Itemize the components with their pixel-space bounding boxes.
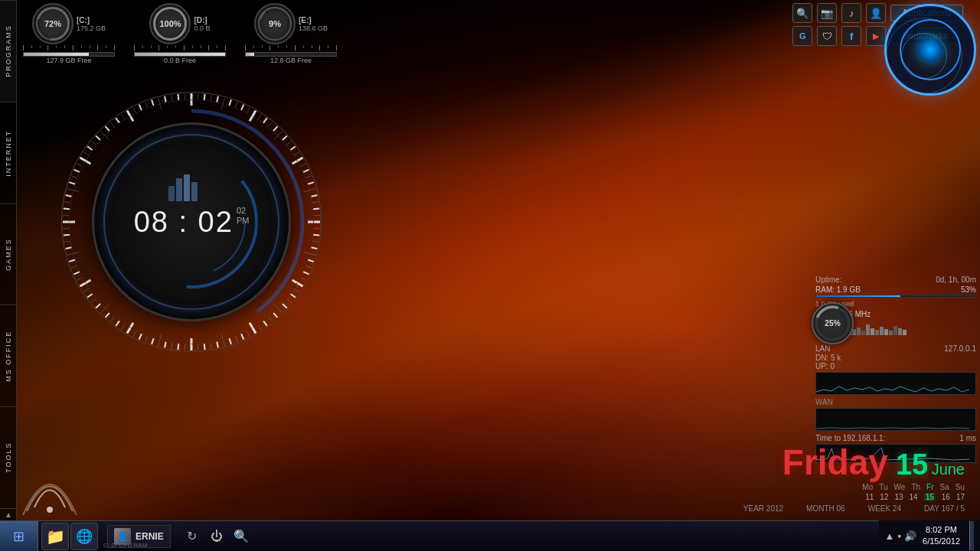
drive-c-free: 127.9 GB Free [46,57,91,64]
music-icon[interactable]: ♪ [841,3,861,23]
taskbar: ⊞ 📁 🌐 👤 ERNIE C: D: CPU RAM ↻ ⏻ 🔍 ▲ ▪ 🔊 … [0,520,980,551]
svg-rect-8 [191,182,198,201]
calendar-header: MoTuWeTh Fr SaSu [743,483,965,491]
ping-label: Time to 192.168.1.1: [815,434,885,442]
wifi-widget [19,458,80,519]
day-label: DAY 167 / 5 [924,504,965,513]
drive-e-widget: 9% [E:] 138.6 GB 12.8 GB Free [245,3,337,64]
wan-label: WAN [815,398,976,406]
mini-calendar: MoTuWeTh Fr SaSu 11121314 15 1617 [743,483,965,501]
taskbar-apps: 📁 🌐 [38,523,101,550]
cpu-gauge-container: 25% [812,302,858,348]
bottom-left-widgets [19,458,80,519]
drive-e-free: 12.8 GB Free [270,57,312,64]
search-taskbar-icon[interactable]: 🔍 [232,527,250,546]
up-label: UP: 0 [815,362,835,370]
sidebar-arrow[interactable]: ▲ [0,508,17,520]
tray-up-arrow[interactable]: ▲ [885,530,895,542]
year-label: YEAR 2012 [743,504,783,513]
sidebar-item-internet[interactable]: INTERNET [0,102,16,204]
power-icon[interactable]: ⏻ [207,527,226,546]
drive-c-widget: 72% [C:] 175.2 GB 127.9 GB Free [23,3,115,64]
clock-blue-arc [115,145,268,298]
uptime-label: Uptime: [815,276,841,284]
drive-c-gauge: 72% [32,3,74,44]
drive-e-gauge: 9% [254,3,296,44]
drive-d-bar [134,52,226,57]
start-button[interactable]: ⊞ [0,521,38,552]
wifi-arc-svg [19,458,80,519]
sidebar-item-msoffice[interactable]: MS OFFICE [0,305,16,406]
drive-d-pct: 100% [159,19,181,28]
drive-c-pct: 72% [44,19,61,28]
radar-widget [880,0,980,99]
shield-icon[interactable]: 🛡 [817,26,837,46]
month-label: MONTH 06 [806,504,845,513]
sidebar-item-tools[interactable]: TOOLS [0,406,16,508]
drive-d-free: 0.0 B Free [164,57,196,64]
clock-bar-decoration [168,171,214,201]
ram-bar [815,295,976,298]
ram-pct: 53% [961,285,976,294]
uptime-value: 0d, 1h, 00m [936,276,976,284]
system-tray: ▲ ▪ 🔊 8:02 PM 6/15/2012 [879,520,980,551]
clock-widget: 08 : 02 02 PM [46,69,337,375]
taskbar-cmd-label: C: D: CPU RAM [103,542,147,549]
tray-clock: 8:02 PM [923,524,960,536]
drive-d-label: [D:] [194,16,210,24]
wan-graph [815,408,976,431]
drive-c-label: [C:] [77,16,106,24]
ram-label: RAM: 1.9 GB [815,285,861,294]
drive-d-widget: 100% [D:] 0.0 B 0.0 B Free [134,3,226,64]
tray-network-icon[interactable]: ▪ [897,530,901,542]
taskbar-browser-icon[interactable]: 🌐 [70,523,98,550]
day-name: Friday [782,445,888,480]
tray-date: 6/15/2012 [923,536,960,547]
svg-rect-7 [184,174,190,201]
taskbar-username: ERNIE [136,531,164,542]
search-icon[interactable]: 🔍 [792,3,812,23]
lan-graph [815,372,976,395]
clock-inner: 08 : 02 02 PM [92,122,291,321]
taskbar-tools: ↻ ⏻ 🔍 [177,527,256,546]
drive-e-label: [E:] [299,16,328,24]
drive-e-pct: 9% [269,19,281,28]
dn-label: DN: 5 k [815,354,841,362]
radar-ticks [880,0,980,99]
svg-text:25%: 25% [825,319,840,328]
calendar-row: 11121314 15 1617 [743,493,965,501]
date-widget: Friday 15 June MoTuWeTh Fr SaSu 11121314… [743,445,965,513]
ping-val: 1 ms [959,434,976,442]
date-month: June [932,461,965,478]
sidebar-item-programs[interactable]: PROGRAMS [0,0,16,102]
svg-point-12 [47,507,53,513]
google-icon[interactable]: G [792,26,812,46]
drive-c-total: 175.2 GB [77,24,106,32]
lan-ip: 127.0.0.1 [944,344,976,353]
svg-rect-5 [168,186,175,201]
facebook-icon[interactable]: f [841,26,861,46]
drive-d-total: 0.0 B [194,24,210,32]
sidebar-item-games[interactable]: GAMES [0,204,16,305]
taskbar-explorer-icon[interactable]: 📁 [41,523,69,550]
week-label: WEEK 24 [868,504,901,513]
date-num: 15 [896,448,928,481]
cpu-gauge: 25% [812,302,854,344]
calendar-info-row: YEAR 2012 MONTH 06 WEEK 24 DAY 167 / 5 [743,504,965,513]
drive-e-total: 138.6 GB [299,24,328,32]
refresh-icon[interactable]: ↻ [183,527,201,546]
svg-rect-6 [176,178,182,201]
tray-icons: ▲ ▪ 🔊 [885,530,916,542]
camera-icon[interactable]: 📷 [817,3,837,23]
left-sidebar: PROGRAMS INTERNET GAMES MS OFFICE TOOLS … [0,0,17,520]
drive-e-bar [245,52,337,57]
drive-c-bar [23,52,115,57]
tray-volume-icon[interactable]: 🔊 [904,530,916,542]
drive-d-gauge: 100% [149,3,191,44]
show-desktop-button[interactable] [969,521,974,550]
clock-outer-ring: 08 : 02 02 PM [54,84,329,360]
tray-time[interactable]: 8:02 PM 6/15/2012 [923,524,960,548]
